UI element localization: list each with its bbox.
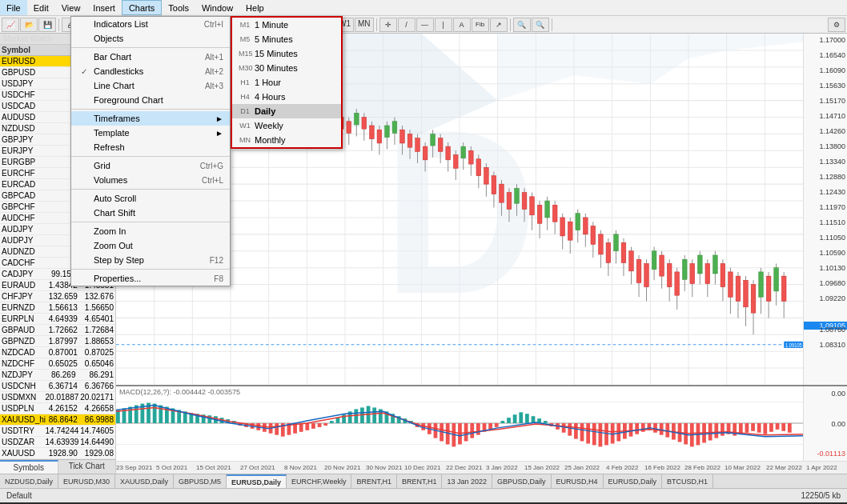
menu-entry-chartshift[interactable]: Chart Shift — [71, 206, 230, 220]
menu-help[interactable]: Help — [239, 0, 271, 15]
menu-charts[interactable]: Charts — [122, 0, 162, 15]
menu-entry-linechart[interactable]: Line Chart Alt+3 — [71, 78, 230, 93]
toolbar-save[interactable]: 💾 — [38, 18, 56, 32]
symbol-row[interactable]: USDTRY14.7424414.74605 — [0, 426, 115, 437]
toolbar-zoomin2[interactable]: 🔍 — [513, 18, 531, 32]
menu-tools[interactable]: Tools — [162, 0, 195, 15]
svg-rect-146 — [522, 193, 527, 210]
svg-rect-299 — [586, 423, 590, 443]
svg-rect-168 — [606, 242, 611, 262]
market-watch-title: Market Watch — [3, 34, 52, 43]
bottom-tab-date[interactable]: 13 Jan 2022 — [442, 474, 492, 488]
symbol-row[interactable]: NZDCAD0.870010.87025 — [0, 347, 115, 358]
bottom-tab-nzdusd[interactable]: NZDUSD,Daily — [0, 474, 58, 488]
toolbar-line[interactable]: / — [398, 18, 415, 32]
toolbar-crosshair[interactable]: ✛ — [379, 18, 397, 32]
toolbar-zoomout2[interactable]: 🔍 — [532, 18, 549, 32]
menu-entry-properties[interactable]: Properties... F8 — [71, 271, 230, 286]
bottom-tab-eurusd-h4[interactable]: EURUSD,H4 — [552, 474, 604, 488]
menu-entry-refresh[interactable]: Refresh — [71, 140, 230, 154]
separator3 — [71, 156, 230, 157]
bottom-tab-brent-h1[interactable]: BRENT,H1 — [351, 474, 397, 488]
svg-rect-212 — [774, 268, 779, 291]
menu-window[interactable]: Window — [195, 0, 239, 15]
menu-entry-stepbystep[interactable]: Step by Step F12 — [71, 253, 230, 267]
symbol-row[interactable]: NZDJPY86.26986.291 — [0, 370, 115, 381]
toolbar-open[interactable]: 📂 — [20, 18, 38, 32]
svg-rect-198 — [721, 263, 725, 286]
tf-submenu-m15[interactable]: M15 15 Minutes — [232, 46, 341, 61]
svg-rect-154 — [552, 205, 557, 222]
toolbar-vline[interactable]: | — [435, 18, 452, 32]
menu-entry-indicators[interactable]: Indicators List Ctrl+I — [71, 17, 230, 31]
toolbar-arrow[interactable]: ↗ — [490, 18, 508, 32]
menu-entry-objects[interactable]: Objects — [71, 31, 230, 46]
svg-rect-208 — [759, 272, 764, 297]
bottom-tab-xauusd[interactable]: XAUUSD,Daily — [115, 474, 174, 488]
tf-submenu-d1[interactable]: D1 Daily — [232, 104, 341, 118]
menu-view[interactable]: View — [55, 0, 87, 15]
symbol-row[interactable]: XAUUSD1928.901929.08 — [0, 448, 115, 459]
tab-symbols[interactable]: Symbols — [0, 460, 58, 474]
symbol-row[interactable]: NZDCHF0.650250.65046 — [0, 358, 115, 370]
bottom-tab-eurusd-m30[interactable]: EURUSD,M30 — [58, 474, 115, 488]
svg-rect-126 — [446, 146, 451, 160]
symbol-row[interactable]: USDCNH6.367146.36766 — [0, 381, 115, 392]
menu-entry-template[interactable]: Template ► — [71, 126, 230, 140]
svg-rect-261 — [354, 409, 358, 423]
tf-submenu-m30[interactable]: M30 30 Minutes — [232, 61, 341, 75]
sep5 — [510, 18, 511, 31]
symbol-row[interactable]: XAUUSD_hi86.864286.9988 — [0, 414, 115, 426]
svg-rect-176 — [636, 259, 641, 282]
tf-submenu-m5[interactable]: M5 5 Minutes — [232, 32, 341, 46]
tf-mn[interactable]: MN — [355, 18, 374, 32]
symbol-row[interactable]: USDZAR14.6393914.64490 — [0, 437, 115, 448]
bottom-tab-eurusd-daily[interactable]: EURUSD,Daily — [227, 474, 287, 488]
symbol-row[interactable]: EURNZD1.566131.56650 — [0, 302, 115, 314]
tf-submenu-h4[interactable]: H4 4 Hours — [232, 90, 341, 104]
menu-file[interactable]: File — [0, 0, 27, 15]
bottom-tab-eurusd-daily2[interactable]: EURUSD,Daily — [604, 474, 663, 488]
svg-rect-140 — [500, 184, 504, 202]
symbol-row[interactable]: GBPNZD1.879971.88653 — [0, 336, 115, 347]
menu-entry-volumes[interactable]: Volumes Ctrl+L — [71, 173, 230, 187]
symbol-row[interactable]: USDMXN20.0188720.02171 — [0, 392, 115, 403]
toolbar-text[interactable]: A — [453, 18, 471, 32]
bottom-tab-gbpusd-daily[interactable]: GBPUSD,Daily — [492, 474, 552, 488]
svg-rect-138 — [492, 176, 496, 194]
toolbar-hline[interactable]: — — [416, 18, 434, 32]
menu-edit[interactable]: Edit — [27, 0, 55, 15]
tf-submenu-m1[interactable]: M1 1 Minute — [232, 18, 341, 32]
bottom-tab-gbpusd-m5[interactable]: GBPUSD,M5 — [174, 474, 227, 488]
symbol-row[interactable]: EURPLN4.649394.65401 — [0, 314, 115, 325]
menu-entry-zoomin[interactable]: Zoom In — [71, 224, 230, 238]
svg-rect-255 — [318, 423, 322, 427]
bottom-tab-brent-h1-2[interactable]: BRENT,H1 — [397, 474, 443, 488]
bottom-tab-eurchf[interactable]: EURCHF,Weekly — [287, 474, 351, 488]
charts-dropdown: Indicators List Ctrl+I Objects Bar Chart… — [70, 16, 231, 286]
menu-entry-candlesticks[interactable]: ✓ Candlesticks Alt+2 — [71, 64, 230, 78]
menu-entry-zoomout[interactable]: Zoom Out — [71, 238, 230, 253]
menu-insert[interactable]: Insert — [86, 0, 122, 15]
tf-submenu-h1[interactable]: H1 1 Hour — [232, 75, 341, 90]
bottom-tab-btcusd[interactable]: BTCUSD,H1 — [662, 474, 713, 488]
menu-entry-autoscroll[interactable]: Auto Scroll — [71, 191, 230, 206]
symbol-row[interactable]: USDPLN4.261524.26658 — [0, 403, 115, 414]
tf-submenu-w1[interactable]: W1 Weekly — [232, 118, 341, 133]
tf-submenu-mn[interactable]: MN Monthly — [232, 133, 341, 147]
toolbar-settings[interactable]: ⚙ — [828, 18, 845, 32]
menu-entry-barchart[interactable]: Bar Chart Alt+1 — [71, 50, 230, 64]
menu-entry-timeframes[interactable]: Timeframes ► — [71, 111, 230, 126]
menu-entry-grid[interactable]: Grid Ctrl+G — [71, 158, 230, 173]
symbol-row[interactable]: GBPAUD1.726621.72684 — [0, 325, 115, 336]
svg-rect-248 — [275, 423, 279, 435]
svg-rect-188 — [682, 259, 687, 279]
svg-rect-114 — [400, 130, 405, 143]
symbol-row[interactable]: CHFJPY132.659132.676 — [0, 291, 115, 302]
tab-tickchart[interactable]: Tick Chart — [58, 460, 116, 474]
toolbar-new-chart[interactable]: 📈 — [2, 18, 19, 32]
svg-rect-194 — [705, 263, 710, 283]
svg-rect-288 — [519, 412, 523, 423]
menu-entry-foreground[interactable]: Foreground Chart — [71, 93, 230, 107]
toolbar-fib[interactable]: Fib — [472, 18, 489, 32]
